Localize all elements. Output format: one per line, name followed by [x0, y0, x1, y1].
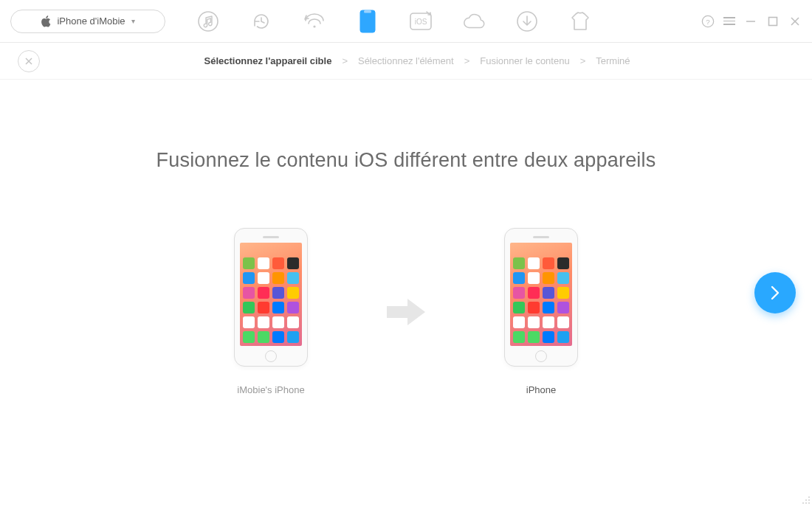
- svg-text:iOS: iOS: [415, 18, 427, 26]
- app-icon: [287, 257, 299, 269]
- app-icon: [258, 331, 269, 343]
- app-icon: [543, 331, 554, 343]
- apple-icon: [41, 15, 51, 27]
- app-icon: [258, 272, 269, 284]
- app-icon: [557, 272, 569, 284]
- app-icon: [528, 272, 540, 284]
- app-icon: [272, 257, 284, 269]
- app-icon: [543, 287, 554, 299]
- app-icon: [272, 287, 284, 299]
- svg-point-19: [805, 502, 807, 504]
- app-icon: [528, 257, 540, 269]
- app-icon: [258, 257, 269, 269]
- chevron-down-icon: ▾: [131, 17, 135, 25]
- breadcrumb-bar: Sélectionnez l'appareil cible > Sélectio…: [0, 43, 812, 80]
- target-phone-screen: [510, 243, 572, 346]
- music-icon[interactable]: [196, 10, 220, 33]
- cloud-icon[interactable]: [462, 10, 486, 33]
- app-icon: [557, 316, 569, 328]
- svg-rect-2: [360, 10, 375, 32]
- target-phone-graphic: [504, 228, 578, 367]
- app-icon: [543, 257, 554, 269]
- svg-point-1: [313, 25, 315, 27]
- crumb-separator: >: [342, 55, 348, 66]
- crumb-separator: >: [464, 55, 470, 66]
- next-button[interactable]: [754, 272, 796, 313]
- app-icon: [287, 272, 299, 284]
- crumb-separator: >: [580, 55, 586, 66]
- app-icon: [287, 331, 299, 343]
- close-button[interactable]: [788, 15, 802, 28]
- toolbar-category-icons: iOS: [196, 10, 592, 33]
- app-icon: [258, 287, 269, 299]
- svg-rect-3: [364, 10, 371, 13]
- app-icon: [258, 302, 269, 313]
- app-icon: [243, 331, 255, 343]
- source-phone-screen: [240, 243, 302, 346]
- device-pair: iMobie's iPhone iPhone: [0, 228, 812, 395]
- download-circle-icon[interactable]: [515, 10, 539, 33]
- menu-icon[interactable]: [723, 17, 735, 25]
- minimize-button[interactable]: [744, 15, 757, 28]
- crumb-step-3: Fusionner le contenu: [480, 55, 569, 66]
- app-icon: [543, 302, 554, 313]
- app-icon: [287, 316, 299, 328]
- app-icon: [513, 287, 525, 299]
- app-icon: [287, 287, 299, 299]
- svg-point-20: [808, 502, 810, 504]
- app-icon: [287, 302, 299, 313]
- app-icon: [557, 257, 569, 269]
- device-selector-label: iPhone d'iMobie: [57, 15, 125, 27]
- app-icon: [528, 316, 540, 328]
- svg-point-15: [808, 496, 810, 498]
- resize-grip-icon[interactable]: [802, 496, 811, 505]
- crumb-step-4: Terminé: [596, 55, 630, 66]
- svg-rect-10: [769, 17, 777, 25]
- svg-text:?: ?: [706, 17, 710, 25]
- app-icon: [557, 302, 569, 313]
- app-icon: [513, 272, 525, 284]
- shirt-icon[interactable]: [568, 10, 592, 33]
- transfer-arrow-icon: [385, 297, 427, 327]
- source-phone-graphic: [234, 228, 308, 367]
- history-icon[interactable]: [250, 10, 273, 33]
- app-icon: [243, 316, 255, 328]
- app-icon: [543, 272, 554, 284]
- ios-box-icon[interactable]: iOS: [409, 10, 433, 33]
- app-icon: [243, 272, 255, 284]
- app-icon: [513, 257, 525, 269]
- target-device-label: iPhone: [526, 384, 556, 395]
- app-icon: [243, 257, 255, 269]
- app-icon: [243, 302, 255, 313]
- svg-point-16: [805, 499, 807, 501]
- help-icon[interactable]: ?: [701, 15, 715, 28]
- svg-point-18: [802, 502, 804, 504]
- device-selector[interactable]: iPhone d'iMobie ▾: [10, 10, 165, 33]
- app-icon: [528, 302, 540, 313]
- svg-point-17: [808, 499, 810, 501]
- svg-point-0: [199, 12, 218, 31]
- target-device[interactable]: iPhone: [478, 228, 604, 395]
- app-icon: [272, 302, 284, 313]
- top-toolbar: iPhone d'iMobie ▾ iOS ?: [0, 0, 812, 43]
- app-icon: [543, 316, 554, 328]
- breadcrumb: Sélectionnez l'appareil cible > Sélectio…: [40, 55, 794, 66]
- close-wizard-button[interactable]: [18, 50, 40, 72]
- app-icon: [513, 316, 525, 328]
- app-icon: [513, 331, 525, 343]
- main-content: Fusionnez le contenu iOS différent entre…: [0, 80, 812, 506]
- app-icon: [528, 331, 540, 343]
- crumb-step-2: Sélectionnez l'élément: [358, 55, 454, 66]
- app-icon: [258, 316, 269, 328]
- app-icon: [272, 331, 284, 343]
- app-icon: [272, 316, 284, 328]
- app-icon: [513, 302, 525, 313]
- phone-icon[interactable]: [356, 10, 379, 33]
- window-controls: ?: [701, 15, 802, 28]
- page-title: Fusionnez le contenu iOS différent entre…: [0, 149, 812, 172]
- app-icon: [243, 287, 255, 299]
- source-device[interactable]: iMobie's iPhone: [208, 228, 334, 395]
- wifi-refresh-icon[interactable]: [303, 10, 326, 33]
- app-icon: [557, 287, 569, 299]
- maximize-button[interactable]: [766, 15, 780, 28]
